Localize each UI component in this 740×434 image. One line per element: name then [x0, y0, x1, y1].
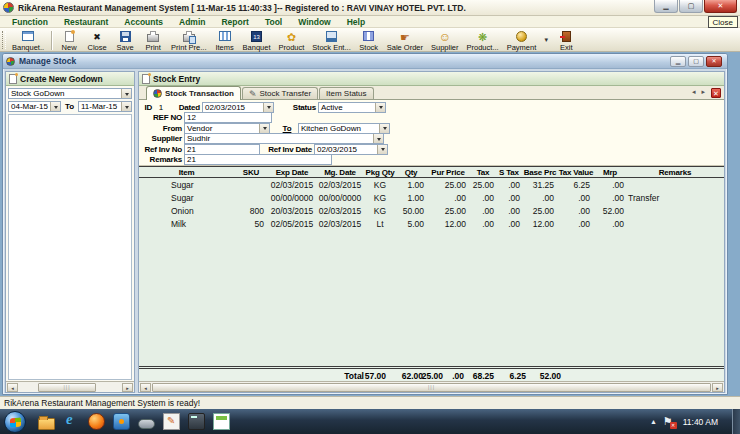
scrollbar-thumb[interactable]: |||: [152, 383, 711, 392]
from-select[interactable]: Vendor: [184, 123, 270, 134]
table-row[interactable]: Sugar00/00/000000/00/0000KG1.00.00.00.00…: [139, 191, 724, 204]
menu-accounts[interactable]: Accounts: [116, 17, 171, 27]
minimize-button[interactable]: ▁: [654, 0, 678, 13]
scroll-left-icon[interactable]: ◂: [7, 383, 18, 392]
toolbar-button-stock[interactable]: Stock: [355, 29, 383, 52]
child-maximize-button[interactable]: ▢: [688, 56, 704, 67]
chevron-down-icon[interactable]: [263, 103, 273, 112]
toolbar-button-supplier[interactable]: Supplier: [427, 29, 463, 52]
chevron-down-icon[interactable]: [375, 103, 385, 112]
toolbar-button-product[interactable]: Product...: [463, 29, 503, 52]
chevron-down-icon[interactable]: [379, 124, 389, 133]
toolbar-button-print-pre[interactable]: Print Pre...: [167, 29, 210, 52]
internet-explorer-icon[interactable]: [63, 413, 80, 430]
menu-help[interactable]: Help: [339, 17, 373, 27]
menu-report[interactable]: Report: [213, 17, 256, 27]
scrollbar-thumb[interactable]: |||: [38, 383, 96, 392]
stock-entry-header[interactable]: Stock Entry: [139, 72, 724, 86]
action-center-flag-icon[interactable]: ⚑: [663, 416, 673, 427]
table-row[interactable]: Onion80020/03/201502/03/2015KG50.0025.00…: [139, 204, 724, 217]
grid-body: Sugar02/03/201502/03/2015KG1.0025.0025.0…: [139, 178, 724, 230]
chevron-down-icon[interactable]: [50, 102, 60, 111]
chevron-down-icon[interactable]: [121, 89, 131, 98]
toolbar-button-items[interactable]: Items: [211, 29, 239, 52]
ref-inv-date-select[interactable]: 02/03/2015: [314, 144, 388, 155]
status-select[interactable]: Active: [318, 102, 386, 113]
godown-list[interactable]: [8, 114, 132, 380]
chevron-down-icon[interactable]: [121, 102, 131, 111]
chevron-down-icon[interactable]: [259, 124, 269, 133]
stock-transaction-form: ID 1 Dated 02/03/2015 Status Active: [139, 100, 724, 166]
toolbar-grip-handle[interactable]: [2, 31, 6, 49]
date-to-label: To: [63, 102, 76, 111]
firefox-icon[interactable]: [88, 413, 105, 430]
create-new-godown-button[interactable]: Create New Godown: [6, 72, 134, 86]
scroll-left-icon[interactable]: ◂: [140, 383, 151, 392]
tab-stock-transaction[interactable]: Stock Transaction: [146, 86, 241, 100]
titlebar: RikArena Restaurant Management System [ …: [0, 0, 740, 16]
cell-base-prc: 25.00: [522, 206, 558, 216]
menu-admin[interactable]: Admin: [171, 17, 213, 27]
manage-stock-titlebar[interactable]: Manage Stock ▁ ▢ ✕: [3, 54, 727, 69]
tab-item-status[interactable]: Item Status: [319, 87, 373, 99]
tab-scroll-arrows[interactable]: ◂ ▸: [692, 88, 707, 96]
toolbar-button-product[interactable]: Product: [275, 29, 309, 52]
toolbar-button-banquet[interactable]: Banquet..: [8, 29, 48, 52]
start-button[interactable]: [4, 411, 26, 433]
messenger-icon[interactable]: [138, 419, 155, 429]
toolbar-button-stock-ent[interactable]: Stock Ent...: [308, 29, 354, 52]
toolbar-button-new[interactable]: New: [55, 29, 83, 52]
toolbar-button-exit[interactable]: Exit: [552, 29, 580, 52]
to-godown-select[interactable]: Kitchen GoDown: [298, 123, 390, 134]
date-from-select[interactable]: 04-Mar-15: [8, 101, 61, 112]
menu-function[interactable]: Function: [4, 17, 56, 27]
ref-no-input[interactable]: 12: [184, 112, 272, 123]
chevron-down-icon[interactable]: [373, 134, 383, 143]
grid-horizontal-scrollbar[interactable]: ◂ ||| ▸: [139, 381, 724, 392]
godown-select[interactable]: Stock GoDown: [8, 88, 132, 99]
child-close-button[interactable]: ✕: [706, 56, 722, 67]
stock-items-grid: ItemSKUExp DateMg. DatePkg QtyQtyPur Pri…: [139, 166, 724, 392]
toolbar-button-close[interactable]: Close: [83, 29, 111, 52]
menu-window[interactable]: Window: [290, 17, 339, 27]
toolbar-button-banquet[interactable]: Banquet: [239, 29, 275, 52]
toolbar-button-sale-order[interactable]: Sale Order: [383, 29, 427, 52]
tab-stock-transfer[interactable]: Stock Transfer: [242, 87, 318, 99]
tray-expand-icon[interactable]: ▲: [650, 418, 657, 425]
date-to-select[interactable]: 11-Mar-15: [78, 101, 132, 112]
paint-icon[interactable]: [163, 413, 180, 430]
scroll-right-icon[interactable]: ▸: [122, 383, 133, 392]
remarks-input[interactable]: 21: [184, 154, 332, 165]
close-tooltip: Close: [708, 16, 738, 28]
table-row[interactable]: Milk5002/05/201502/03/2015Lt5.0012.00.00…: [139, 217, 724, 230]
table-row[interactable]: Sugar02/03/201502/03/2015KG1.0025.0025.0…: [139, 178, 724, 191]
notepad-icon[interactable]: [213, 413, 230, 430]
menu-tool[interactable]: Tool: [257, 17, 290, 27]
godown-horizontal-scrollbar[interactable]: ◂ ||| ▸: [6, 381, 134, 392]
media-player-icon[interactable]: [113, 413, 130, 430]
supplier-select[interactable]: Sudhir: [184, 133, 384, 144]
toolbar-separator: [51, 31, 52, 50]
show-desktop-button[interactable]: [732, 409, 740, 434]
child-minimize-button[interactable]: ▁: [670, 56, 686, 67]
ref-inv-date-label: Ref Inv Date: [260, 145, 312, 154]
cell-exp-date: 00/00/0000: [268, 193, 316, 203]
toolbar-button-label: Print: [145, 43, 160, 52]
toolbar-overflow-button[interactable]: ▾: [542, 36, 550, 44]
dated-select[interactable]: 02/03/2015: [202, 102, 274, 113]
date-from-value: 04-Mar-15: [9, 102, 50, 111]
explorer-icon[interactable]: [38, 418, 55, 430]
toolbar-button-print[interactable]: Print: [139, 29, 167, 52]
console-icon[interactable]: [188, 413, 205, 430]
application-window: RikArena Restaurant Management System [ …: [0, 0, 740, 434]
scroll-right-icon[interactable]: ▸: [712, 383, 723, 392]
chevron-down-icon[interactable]: [377, 145, 387, 154]
taskbar-clock[interactable]: 11:40 AM: [683, 417, 718, 427]
ref-inv-no-input[interactable]: 21: [184, 144, 260, 155]
toolbar-button-payment[interactable]: Payment: [503, 29, 541, 52]
toolbar-button-save[interactable]: Save: [111, 29, 139, 52]
menu-restaurant[interactable]: Restaurant: [56, 17, 116, 27]
maximize-button[interactable]: ▢: [679, 0, 703, 13]
close-button[interactable]: ✕: [704, 0, 737, 13]
tab-close-button[interactable]: ✕: [711, 88, 721, 98]
